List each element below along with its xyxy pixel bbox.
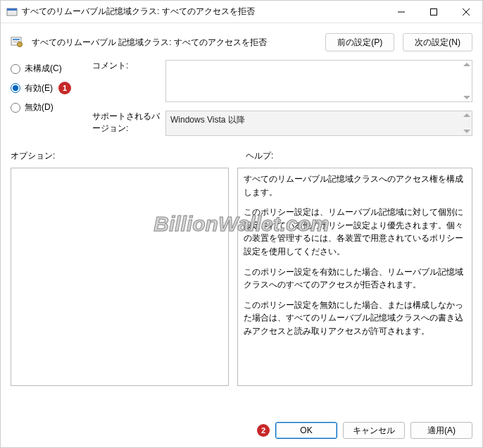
- close-button[interactable]: [450, 1, 482, 23]
- support-value: Windows Vista 以降: [170, 115, 245, 125]
- scroll-up-icon[interactable]: [463, 63, 470, 66]
- app-icon: [6, 6, 18, 18]
- radio-enabled-label: 有効(E): [25, 82, 53, 94]
- apply-button[interactable]: 適用(A): [410, 422, 472, 439]
- svg-rect-1: [7, 8, 17, 11]
- scroll-down-icon[interactable]: [463, 130, 470, 133]
- svg-point-10: [18, 42, 23, 47]
- policy-header: すべてのリムーバブル 記憶域クラス: すべてのアクセスを拒否 前の設定(P) 次…: [1, 23, 482, 58]
- radio-not-configured-input[interactable]: [11, 64, 20, 74]
- ok-button[interactable]: OK: [275, 422, 337, 439]
- svg-rect-9: [13, 42, 18, 43]
- window-controls: [385, 1, 482, 23]
- radio-enabled[interactable]: 有効(E) 1: [11, 82, 80, 94]
- state-radio-group: 未構成(C) 有効(E) 1 無効(D): [11, 60, 80, 136]
- radio-disabled[interactable]: 無効(D): [11, 101, 80, 113]
- scroll-down-icon[interactable]: [463, 96, 470, 99]
- comment-input[interactable]: [165, 60, 472, 102]
- help-paragraph: このポリシー設定を有効にした場合、リムーバブル記憶域クラスへのすべてのアクセスが…: [244, 266, 466, 292]
- maximize-button[interactable]: [418, 1, 450, 23]
- callout-2: 2: [257, 424, 270, 437]
- callout-1: 1: [58, 82, 71, 94]
- svg-rect-7: [13, 39, 20, 40]
- help-paragraph: このポリシー設定は、リムーバブル記憶域に対して個別に設定されている他のポリシー設…: [244, 206, 466, 258]
- dialog-footer: 2 OK キャンセル 適用(A): [1, 413, 482, 447]
- help-panel: すべてのリムーバブル記憶域クラスへのアクセス権を構成します。 このポリシー設定は…: [237, 168, 472, 386]
- radio-disabled-input[interactable]: [11, 103, 20, 113]
- policy-icon: [11, 36, 23, 49]
- next-setting-button[interactable]: 次の設定(N): [403, 33, 472, 51]
- comment-label: コメント:: [92, 60, 165, 72]
- help-label: ヘルプ:: [246, 150, 273, 162]
- radio-not-configured-label: 未構成(C): [25, 63, 62, 75]
- scroll-up-icon[interactable]: [463, 113, 470, 117]
- svg-rect-8: [13, 41, 20, 42]
- help-paragraph: このポリシー設定を無効にした場合、または構成しなかった場合は、すべてのリムーバブ…: [244, 299, 466, 338]
- svg-rect-3: [431, 9, 437, 15]
- radio-not-configured[interactable]: 未構成(C): [11, 63, 80, 75]
- prev-setting-button[interactable]: 前の設定(P): [325, 33, 394, 51]
- support-box: Windows Vista 以降: [165, 111, 472, 136]
- cancel-button[interactable]: キャンセル: [343, 422, 405, 439]
- options-panel: [11, 168, 229, 386]
- help-paragraph: すべてのリムーバブル記憶域クラスへのアクセス権を構成します。: [244, 173, 466, 199]
- support-label: サポートされるバージョン:: [92, 111, 165, 135]
- radio-disabled-label: 無効(D): [25, 101, 54, 113]
- policy-title: すべてのリムーバブル 記憶域クラス: すべてのアクセスを拒否: [32, 37, 317, 49]
- radio-enabled-input[interactable]: [11, 83, 20, 93]
- minimize-button[interactable]: [385, 1, 418, 23]
- options-label: オプション:: [11, 150, 237, 162]
- titlebar: すべてのリムーバブル記憶域クラス: すべてのアクセスを拒否: [1, 1, 482, 23]
- window-title: すべてのリムーバブル記憶域クラス: すべてのアクセスを拒否: [22, 6, 385, 18]
